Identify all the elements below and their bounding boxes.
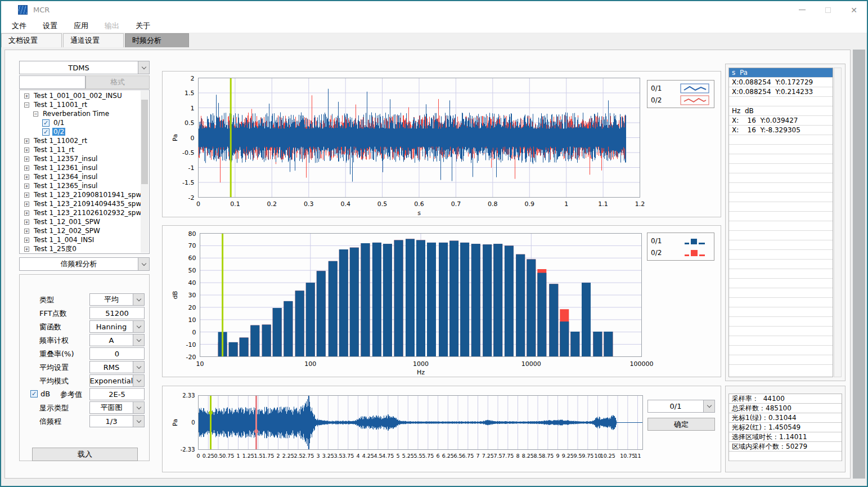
values-header-row[interactable]: s Pa	[729, 68, 833, 78]
values-empty-row[interactable]	[729, 193, 833, 202]
expander-plus-icon[interactable]: +	[24, 138, 29, 144]
expander-plus-icon[interactable]: +	[24, 193, 29, 198]
expander-plus-icon[interactable]: +	[24, 175, 29, 180]
values-row[interactable]: X: 16 Y:0.039427	[729, 116, 833, 126]
tree-item[interactable]: +Test 1_11002_rt	[20, 136, 141, 145]
expander-plus-icon[interactable]: +	[24, 184, 29, 189]
tree-item[interactable]: −Test 1_11001_rt	[20, 100, 141, 109]
chevron-down-icon[interactable]	[133, 375, 144, 386]
close-button[interactable]: ✕	[841, 1, 867, 19]
chevron-down-icon[interactable]	[138, 258, 149, 270]
field-select-0[interactable]: 平均	[89, 293, 145, 306]
chevron-down-icon[interactable]	[133, 415, 144, 427]
values-empty-row[interactable]	[729, 260, 833, 269]
field-select-8[interactable]: 1/3	[89, 415, 145, 427]
values-empty-row[interactable]	[729, 346, 833, 355]
expander-minus-icon[interactable]: −	[24, 102, 29, 108]
values-row[interactable]: X: 16 Y:-8.329305	[729, 126, 833, 135]
checkbox-checked-icon[interactable]: ✓	[42, 128, 50, 136]
field-select-5[interactable]: RMS	[89, 361, 145, 373]
expander-plus-icon[interactable]: +	[24, 93, 29, 99]
values-empty-row[interactable]	[729, 202, 833, 212]
expander-plus-icon[interactable]: +	[24, 202, 29, 207]
expander-plus-icon[interactable]: +	[24, 166, 29, 171]
values-empty-row[interactable]	[729, 298, 833, 307]
expander-plus-icon[interactable]: +	[24, 229, 29, 234]
tab-1[interactable]: 通道设置	[63, 33, 124, 47]
values-row[interactable]: Hz dB	[729, 106, 833, 116]
values-empty-row[interactable]	[729, 231, 833, 240]
chevron-down-icon[interactable]	[133, 321, 144, 332]
file-format-dropdown[interactable]: TDMS	[19, 61, 150, 74]
tree-item[interactable]: +Test 1_12364_insul	[20, 172, 141, 181]
format-button[interactable]: 格式	[86, 75, 150, 89]
values-empty-row[interactable]	[729, 145, 833, 154]
tree-item[interactable]: +Test 1_12357_insul	[20, 154, 141, 163]
tree-scrollbar[interactable]	[141, 91, 149, 253]
expander-plus-icon[interactable]: +	[24, 211, 29, 216]
values-empty-row[interactable]	[729, 336, 833, 346]
chevron-down-icon[interactable]	[703, 400, 714, 412]
expander-plus-icon[interactable]: +	[24, 157, 29, 162]
confirm-button[interactable]: 确定	[647, 418, 715, 431]
menu-item-4[interactable]: 关于	[133, 20, 152, 32]
values-empty-row[interactable]	[729, 212, 833, 221]
tree-item[interactable]: +Test 1_123_211026102932_spw	[20, 208, 141, 217]
search-input[interactable]	[19, 75, 86, 89]
values-empty-row[interactable]	[729, 317, 833, 327]
tree-item[interactable]: ✓0/1	[20, 118, 141, 127]
scroll-up-icon[interactable]	[141, 91, 149, 99]
tree-item[interactable]: +Test 1_12_002_SPW	[20, 226, 141, 235]
values-empty-row[interactable]	[729, 250, 833, 260]
values-scrollbar[interactable]	[834, 68, 842, 377]
field-input-1[interactable]: 51200	[89, 307, 145, 319]
values-empty-row[interactable]	[729, 307, 833, 317]
values-row[interactable]: X:0.088254 Y:0.172729	[729, 78, 833, 87]
values-empty-row[interactable]	[729, 355, 833, 365]
values-empty-row[interactable]	[729, 183, 833, 193]
tree-item[interactable]: +Test 1_12361_insul	[20, 163, 141, 172]
reference-input[interactable]: 2E-5	[89, 388, 145, 400]
expander-plus-icon[interactable]: +	[24, 220, 29, 225]
tree-item[interactable]: +Test 1_12365_insul	[20, 181, 141, 190]
maximize-button[interactable]	[815, 1, 841, 19]
field-select-3[interactable]: A	[89, 334, 145, 346]
chevron-down-icon[interactable]	[138, 61, 149, 74]
values-row[interactable]: X:0.088254 Y:0.214233	[729, 87, 833, 97]
field-select-6[interactable]: Exponential	[89, 374, 145, 387]
menu-item-3[interactable]: 输出	[102, 20, 122, 32]
values-empty-row[interactable]	[729, 135, 833, 145]
load-button[interactable]: 载入	[32, 448, 138, 461]
field-select-7[interactable]: 平面图	[89, 401, 145, 414]
menu-item-1[interactable]: 设置	[41, 20, 60, 32]
scroll-down-icon[interactable]	[834, 369, 841, 376]
checkbox-checked-icon[interactable]: ✓	[30, 390, 38, 397]
values-row[interactable]	[729, 97, 833, 106]
field-input-4[interactable]: 0	[89, 347, 145, 360]
expander-minus-icon[interactable]: −	[33, 111, 38, 117]
tree-item[interactable]: −Reverberation Time	[20, 109, 141, 118]
values-empty-row[interactable]	[729, 164, 833, 173]
values-empty-row[interactable]	[729, 288, 833, 298]
menu-item-2[interactable]: 应用	[71, 20, 91, 32]
values-empty-row[interactable]	[729, 240, 833, 250]
values-empty-row[interactable]	[729, 173, 833, 183]
tree-item[interactable]: +Test 1_12_001_SPW	[20, 217, 141, 226]
tree-item[interactable]: +Test 1_001_001_002_INSU	[20, 91, 141, 100]
minimize-button[interactable]	[789, 1, 815, 19]
expander-plus-icon[interactable]: +	[24, 247, 29, 252]
values-empty-row[interactable]	[729, 327, 833, 336]
channel-dropdown[interactable]: 0/1	[647, 400, 715, 413]
chevron-down-icon[interactable]	[133, 294, 144, 305]
tree-item[interactable]: +Test 1_1_004_INSI	[20, 235, 141, 244]
time-waveform-chart[interactable]: 21.510.50-0.5-1-1.5-200.10.20.30.40.50.6…	[163, 72, 721, 218]
analysis-type-dropdown[interactable]: 倍频程分析	[19, 257, 150, 271]
tree-item[interactable]: ✓0/2	[20, 127, 141, 136]
chevron-down-icon[interactable]	[133, 361, 144, 373]
octave-spectrum-chart[interactable]: 80706050403020100-10-2010100100010000100…	[163, 226, 721, 378]
tree-scrollbar-thumb[interactable]	[141, 100, 148, 184]
record-overview-chart[interactable]: 2.330-2.3300.250.50.7511.251.51.7522.252…	[163, 386, 721, 473]
field-select-2[interactable]: Hanning	[89, 320, 145, 333]
values-empty-row[interactable]	[729, 269, 833, 279]
scroll-up-icon[interactable]	[834, 69, 841, 75]
